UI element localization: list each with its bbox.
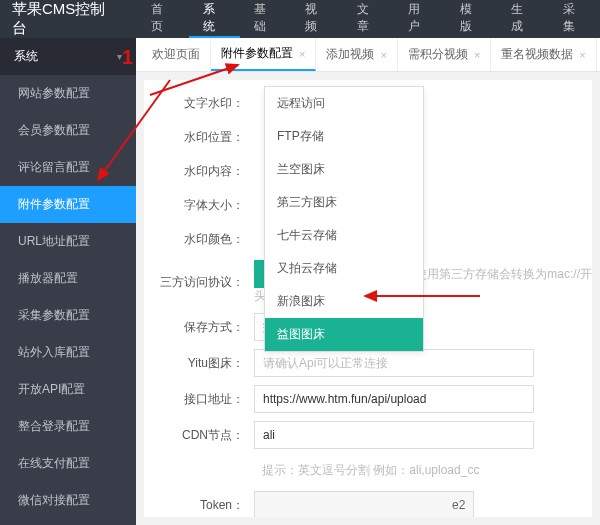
- label-third-protocol: 三方访问协议：: [144, 274, 254, 291]
- topnav-item[interactable]: 用户: [394, 0, 445, 38]
- label-yitu: Yitu图床：: [144, 355, 254, 372]
- label-font-size: 字体大小：: [144, 197, 254, 214]
- close-icon[interactable]: ×: [474, 49, 480, 61]
- sidebar-item[interactable]: 附件参数配置: [0, 186, 136, 223]
- tab[interactable]: 重名视频数据×: [491, 38, 596, 71]
- sidebar: 系统 ▾ 网站参数配置会员参数配置评论留言配置附件参数配置URL地址配置播放器配…: [0, 38, 136, 525]
- tab[interactable]: 欢迎页面: [142, 38, 211, 71]
- topnav-item[interactable]: 视频: [291, 0, 342, 38]
- sidebar-item[interactable]: 站外入库配置: [0, 334, 136, 371]
- dropdown-item[interactable]: 第三方图床: [265, 186, 423, 219]
- tab-label: 需积分视频: [408, 46, 468, 63]
- label-text-watermark: 文字水印：: [144, 95, 254, 112]
- sidebar-category-label: 系统: [14, 48, 38, 65]
- close-icon[interactable]: ×: [380, 49, 386, 61]
- cdn-input[interactable]: [254, 421, 534, 449]
- tab-label: 重名视频数据: [501, 46, 573, 63]
- sidebar-item[interactable]: 采集参数配置: [0, 297, 136, 334]
- dropdown-item[interactable]: 新浪图床: [265, 285, 423, 318]
- cdn-hint: 提示：英文逗号分割 例如：ali,upload_cc: [262, 463, 479, 477]
- dropdown-item[interactable]: 七牛云存储: [265, 219, 423, 252]
- label-save-mode: 保存方式：: [144, 319, 254, 336]
- chevron-down-icon: ▾: [117, 51, 122, 62]
- topnav-item[interactable]: 系统: [189, 0, 240, 38]
- label-token: Token：: [144, 497, 254, 514]
- sidebar-item[interactable]: 整合登录配置: [0, 408, 136, 445]
- token-input[interactable]: [254, 491, 474, 517]
- label-wm-content: 水印内容：: [144, 163, 254, 180]
- sidebar-item[interactable]: 在线支付配置: [0, 445, 136, 482]
- label-wm-position: 水印位置：: [144, 129, 254, 146]
- tab[interactable]: 需积分视频×: [398, 38, 491, 71]
- tab-label: 添加视频: [326, 46, 374, 63]
- dropdown-item[interactable]: 又拍云存储: [265, 252, 423, 285]
- tab[interactable]: 附件参数配置×: [211, 38, 316, 71]
- sidebar-item[interactable]: 微信对接配置: [0, 482, 136, 519]
- sidebar-item[interactable]: 网站参数配置: [0, 75, 136, 112]
- dropdown-item[interactable]: FTP存储: [265, 120, 423, 153]
- topnav-item[interactable]: 模版: [446, 0, 497, 38]
- sidebar-item[interactable]: 会员参数配置: [0, 112, 136, 149]
- label-wm-color: 水印颜色：: [144, 231, 254, 248]
- label-cdn: CDN节点：: [144, 427, 254, 444]
- sidebar-category[interactable]: 系统 ▾: [0, 38, 136, 75]
- topnav-item[interactable]: 文章: [343, 0, 394, 38]
- tab-label: 附件参数配置: [221, 45, 293, 62]
- sidebar-item[interactable]: 播放器配置: [0, 260, 136, 297]
- dropdown-item[interactable]: 远程访问: [265, 87, 423, 120]
- token-suffix: e2: [452, 498, 465, 512]
- tab-label: 欢迎页面: [152, 46, 200, 63]
- form-panel: 远程访问FTP存储兰空图床第三方图床七牛云存储又拍云存储新浪图床益图图床 文字水…: [144, 80, 592, 517]
- close-icon[interactable]: ×: [299, 48, 305, 60]
- topnav-item[interactable]: 生成: [497, 0, 548, 38]
- sidebar-item[interactable]: URL地址配置: [0, 223, 136, 260]
- tab[interactable]: 添加视频×: [316, 38, 397, 71]
- sidebar-item[interactable]: 开放API配置: [0, 371, 136, 408]
- close-icon[interactable]: ×: [579, 49, 585, 61]
- top-navigation: 首页系统基础视频文章用户模版生成采集: [137, 0, 600, 38]
- dropdown-item[interactable]: 益图图床: [265, 318, 423, 351]
- brand-title: 苹果CMS控制台: [0, 0, 137, 38]
- storage-dropdown[interactable]: 远程访问FTP存储兰空图床第三方图床七牛云存储又拍云存储新浪图床益图图床: [264, 86, 424, 352]
- tab-bar: 欢迎页面附件参数配置×添加视频×需积分视频×重名视频数据×: [136, 38, 600, 72]
- api-url-input[interactable]: [254, 385, 534, 413]
- topnav-item[interactable]: 采集: [549, 0, 600, 38]
- sidebar-item[interactable]: 邮件发送配置: [0, 519, 136, 525]
- dropdown-item[interactable]: 兰空图床: [265, 153, 423, 186]
- sidebar-item[interactable]: 评论留言配置: [0, 149, 136, 186]
- topnav-item[interactable]: 首页: [137, 0, 188, 38]
- label-api-url: 接口地址：: [144, 391, 254, 408]
- yitu-input[interactable]: [254, 349, 534, 377]
- topnav-item[interactable]: 基础: [240, 0, 291, 38]
